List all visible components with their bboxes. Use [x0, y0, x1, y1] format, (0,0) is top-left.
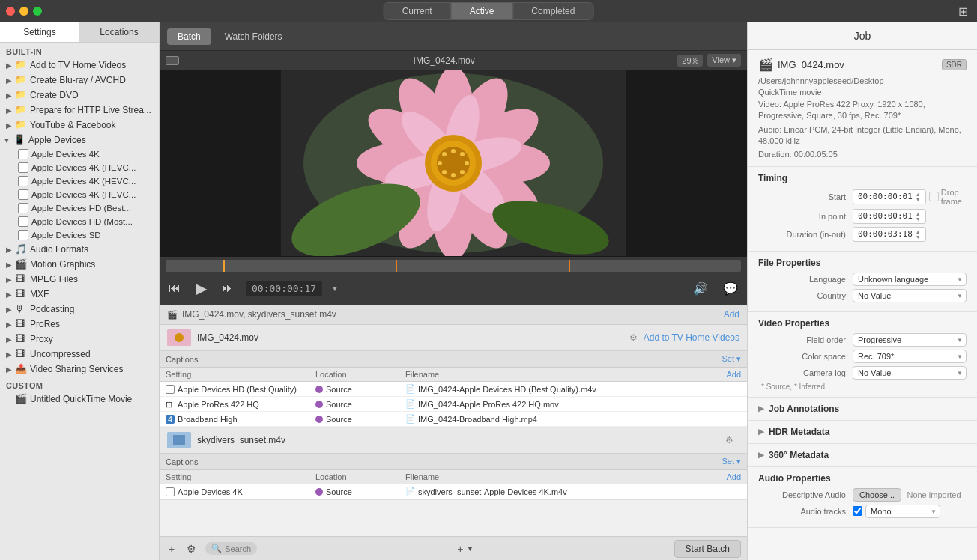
close-button[interactable] — [6, 7, 15, 16]
color-space-select-wrapper[interactable]: Rec. 709* — [853, 350, 967, 363]
batch-add-button[interactable]: Add — [724, 309, 739, 320]
audio-button[interactable]: 🔊 — [690, 280, 711, 297]
country-select-wrapper[interactable]: No Value — [853, 289, 967, 302]
group-header-apple-devices[interactable]: ▼ 📱 Apple Devices — [0, 133, 159, 147]
timeline-playhead[interactable] — [223, 260, 225, 272]
batch-item-thumb-0 — [167, 329, 191, 346]
timecode-dropdown-icon[interactable]: ▼ — [331, 284, 339, 293]
duration-timecode-input[interactable]: 00:00:03:18 ▲ ▼ — [853, 227, 926, 242]
child-label: Apple Devices HD (Most... — [31, 217, 133, 226]
add-item-button[interactable]: + — [166, 541, 178, 556]
inpoint-timecode-input[interactable]: 00:00:00:01 ▲ ▼ — [853, 209, 926, 224]
add-row-button[interactable]: + — [457, 543, 463, 555]
drop-frame-checkbox[interactable] — [929, 192, 939, 201]
sidebar-item-proxy[interactable]: ▶ 🎞 Proxy — [0, 332, 159, 347]
sidebar-item-uncompressed[interactable]: ▶ 🎞 Uncompressed — [0, 347, 159, 362]
stepper-up[interactable]: ▲ — [916, 229, 921, 234]
settings-button[interactable]: ⚙ — [184, 541, 199, 556]
child-apple-4k-hevc-3[interactable]: Apple Devices 4K (HEVC... — [15, 188, 159, 201]
watch-folders-button[interactable]: Watch Folders — [214, 28, 293, 45]
file-properties-section: File Properties Language: Unknown langua… — [748, 252, 977, 312]
stepper-up[interactable]: ▲ — [916, 211, 921, 216]
caption-button[interactable]: 💬 — [720, 280, 741, 297]
camera-log-select[interactable]: No Value — [853, 366, 967, 380]
child-apple-sd[interactable]: Apple Devices SD — [15, 228, 159, 242]
sidebar-item-custom-qt[interactable]: 🎬 Untitled QuickTime Movie — [0, 392, 159, 407]
search-box[interactable]: 🔍 Search — [205, 542, 257, 555]
duration-stepper[interactable]: ▲ ▼ — [916, 229, 921, 240]
maximize-button[interactable] — [33, 7, 42, 16]
batch-settings-icon-0[interactable]: ⚙ — [629, 332, 638, 343]
tab-batch[interactable]: Batch — [167, 28, 211, 45]
sidebar-item-mxf[interactable]: ▶ 🎞 MXF — [0, 287, 159, 302]
sidebar-tab-settings[interactable]: Settings — [0, 22, 79, 42]
batch-settings-icon-1[interactable]: ⚙ — [725, 435, 733, 445]
language-select-wrapper[interactable]: Unknown language — [853, 273, 967, 286]
country-select[interactable]: No Value — [853, 289, 967, 302]
sidebar-item-podcasting[interactable]: ▶ 🎙 Podcasting — [0, 302, 159, 317]
field-order-select[interactable]: Progressive — [853, 333, 967, 347]
play-button[interactable]: ▶ — [193, 278, 210, 299]
col-add-button-0[interactable]: Add — [726, 370, 741, 379]
start-stepper[interactable]: ▲ ▼ — [916, 192, 921, 202]
tab-completed[interactable]: Completed — [512, 2, 593, 20]
camera-log-select-wrapper[interactable]: No Value — [853, 366, 967, 380]
tab-active[interactable]: Active — [451, 2, 513, 20]
stepper-down[interactable]: ▼ — [916, 197, 921, 202]
audio-tracks-select-wrapper[interactable]: Mono — [865, 505, 940, 518]
zoom-button[interactable]: 29% — [677, 55, 703, 67]
choose-button[interactable]: Choose... — [853, 488, 901, 502]
sidebar-item-add-tv[interactable]: ▶ 📁 Add to TV Home Videos — [0, 58, 159, 73]
hdr-metadata-header[interactable]: ▶ HDR Metadata — [748, 421, 977, 443]
child-apple-hd-best[interactable]: Apple Devices HD (Best... — [15, 201, 159, 215]
child-label: Apple Devices 4K — [31, 150, 100, 159]
threesixty-metadata-header[interactable]: ▶ 360° Metadata — [748, 444, 977, 466]
language-select[interactable]: Unknown language — [853, 273, 967, 286]
sidebar-item-mpeg[interactable]: ▶ 🎞 MPEG Files — [0, 272, 159, 287]
window-icon[interactable]: ⊞ — [958, 4, 968, 19]
skip-forward-button[interactable]: ⏭ — [219, 280, 237, 296]
row-setting-0-0: Apple Devices HD (Best Quality) — [166, 385, 315, 394]
timecode-display[interactable]: 00:00:00:17 — [246, 281, 322, 296]
start-batch-button[interactable]: Start Batch — [674, 540, 741, 558]
timeline-track[interactable] — [166, 260, 741, 272]
drop-frame-wrapper: Drop frame — [929, 188, 967, 206]
sidebar-item-http[interactable]: ▶ 📁 Prepare for HTTP Live Strea... — [0, 103, 159, 118]
stepper-down[interactable]: ▼ — [916, 234, 921, 240]
child-apple-4k-hevc-2[interactable]: Apple Devices 4K (HEVC... — [15, 174, 159, 188]
job-annotations-header[interactable]: ▶ Job Annotations — [748, 398, 977, 420]
audio-tracks-select[interactable]: Mono — [865, 505, 940, 518]
skip-back-button[interactable]: ⏮ — [166, 280, 184, 296]
folder-icon: 📁 — [15, 74, 27, 86]
stepper-down[interactable]: ▼ — [916, 216, 921, 222]
sidebar-item-motion-graphics[interactable]: ▶ 🎬 Motion Graphics — [0, 257, 159, 272]
view-button[interactable]: View ▾ — [707, 54, 741, 67]
set-button-1[interactable]: Set ▾ — [722, 457, 741, 466]
output-row-0-2: 4 Broadband High Source 📄 IMG_0424-Broad… — [160, 412, 747, 427]
location-dot — [315, 488, 323, 496]
sidebar-item-dvd[interactable]: ▶ 📁 Create DVD — [0, 88, 159, 103]
audio-tracks-checkbox[interactable] — [853, 506, 862, 516]
child-apple-4k-hevc-1[interactable]: Apple Devices 4K (HEVC... — [15, 161, 159, 174]
child-apple-4k[interactable]: Apple Devices 4K — [15, 147, 159, 161]
col-add-button-1[interactable]: Add — [726, 472, 741, 481]
sidebar-item-youtube[interactable]: ▶ 📁 YouTube & Facebook — [0, 118, 159, 133]
batch-item-action-0[interactable]: Add to TV Home Videos — [644, 332, 739, 343]
video-controls-right: 29% View ▾ — [677, 54, 741, 67]
field-order-select-wrapper[interactable]: Progressive — [853, 333, 967, 347]
sidebar-item-prores[interactable]: ▶ 🎞 ProRes — [0, 317, 159, 332]
color-space-select[interactable]: Rec. 709* — [853, 350, 967, 363]
svg-point-27 — [460, 170, 465, 174]
sidebar-tab-locations[interactable]: Locations — [79, 22, 159, 42]
tab-current[interactable]: Current — [384, 2, 451, 20]
start-timecode-input[interactable]: 00:00:00:01 ▲ ▼ — [853, 189, 926, 204]
inpoint-stepper[interactable]: ▲ ▼ — [916, 211, 921, 222]
set-button-0[interactable]: Set ▾ — [722, 354, 741, 364]
sidebar-item-video-sharing[interactable]: ▶ 📤 Video Sharing Services — [0, 362, 159, 377]
minimize-button[interactable] — [19, 7, 28, 16]
stepper-up[interactable]: ▲ — [916, 192, 921, 197]
child-apple-hd-most[interactable]: Apple Devices HD (Most... — [15, 215, 159, 228]
duration-value-wrapper: 00:00:03:18 ▲ ▼ — [853, 227, 967, 242]
sidebar-item-bluray[interactable]: ▶ 📁 Create Blu-ray / AVCHD — [0, 73, 159, 88]
sidebar-item-audio-formats[interactable]: ▶ 🎵 Audio Formats — [0, 242, 159, 257]
